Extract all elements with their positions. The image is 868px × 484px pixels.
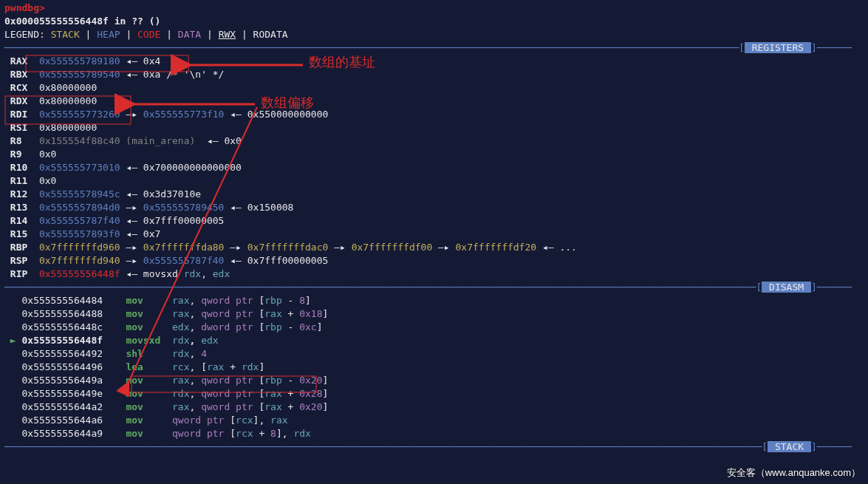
- register-r11: R11 0x0: [4, 174, 864, 188]
- watermark: 安全客（www.anquanke.com）: [727, 466, 861, 480]
- disasm-line: 0x55555556448c mov edx, dword ptr [rbp -…: [4, 321, 864, 334]
- disasm-line: 0x5555555644a2 mov rax, qword ptr [rax +…: [4, 401, 864, 414]
- register-r8: R8 0x155554f88c40 (main_arena) ◂— 0x0: [4, 134, 864, 148]
- register-rbp: RBP 0x7fffffffd960 —▸ 0x7fffffffda80 —▸ …: [4, 241, 864, 254]
- annotation-base: 数组的基址: [309, 55, 375, 69]
- disasm-line: 0x555555564492 shl rdx, 4: [4, 347, 864, 361]
- legend-line: LEGEND: STACK | HEAP | CODE | DATA | RWX…: [4, 28, 864, 41]
- annotation-offset: 数组偏移: [261, 96, 314, 109]
- register-r15: R15 0x5555557893f0 ◂— 0x7: [4, 228, 864, 241]
- register-rsi: RSI 0x80000000: [4, 121, 864, 134]
- register-rdi: RDI 0x555555773260 —▸ 0x555555773f10 ◂— …: [4, 108, 864, 121]
- register-rsp: RSP 0x7fffffffd940 —▸ 0x555555787f40 ◂— …: [4, 254, 864, 267]
- pwndbg-prompt: pwndbg>: [4, 1, 864, 15]
- current-address-line: 0x000055555556448f in ?? (): [4, 15, 864, 28]
- register-rax: RAX 0x555555789180 ◂— 0x4: [4, 55, 864, 68]
- disasm-line: 0x5555555644a6 mov qword ptr [rcx], rax: [4, 414, 864, 427]
- register-rcx: RCX 0x80000000: [4, 81, 864, 95]
- registers-divider: ────────────────────────────────────────…: [4, 41, 864, 55]
- disasm-line: ► 0x55555556448f movsxd rdx, edx: [4, 334, 864, 347]
- legend-rwx-link[interactable]: RWX: [219, 29, 236, 40]
- disasm-line: 0x555555564488 mov rax, qword ptr [rax +…: [4, 307, 864, 321]
- register-r10: R10 0x555555773010 ◂— 0x700000000000000: [4, 161, 864, 174]
- disasm-line: 0x55555556449e mov rdx, qword ptr [rax +…: [4, 387, 864, 401]
- disasm-divider: ────────────────────────────────────────…: [4, 281, 864, 294]
- register-r13: R13 0x5555557894d0 —▸ 0x555555789450 ◂— …: [4, 201, 864, 214]
- disasm-line: 0x555555564496 lea rcx, [rax + rdx]: [4, 361, 864, 374]
- register-r12: R12 0x55555578945c ◂— 0x3d37010e: [4, 188, 864, 201]
- register-r9: R9 0x0: [4, 148, 864, 161]
- disasm-line: 0x55555556449a mov rax, qword ptr [rbp -…: [4, 374, 864, 387]
- register-rbx: RBX 0x555555789540 ◂— 0xa /* '\n' */: [4, 68, 864, 81]
- register-rdx: RDX 0x80000000: [4, 95, 864, 108]
- stack-divider: ────────────────────────────────────────…: [4, 440, 864, 454]
- disasm-line: 0x555555564484 mov rax, qword ptr [rbp -…: [4, 294, 864, 307]
- register-rip: RIP 0x55555556448f ◂— movsxd rdx, edx: [4, 267, 864, 281]
- disasm-line: 0x5555555644a9 mov qword ptr [rcx + 8], …: [4, 427, 864, 440]
- register-r14: R14 0x555555787f40 ◂— 0x7fff00000005: [4, 214, 864, 228]
